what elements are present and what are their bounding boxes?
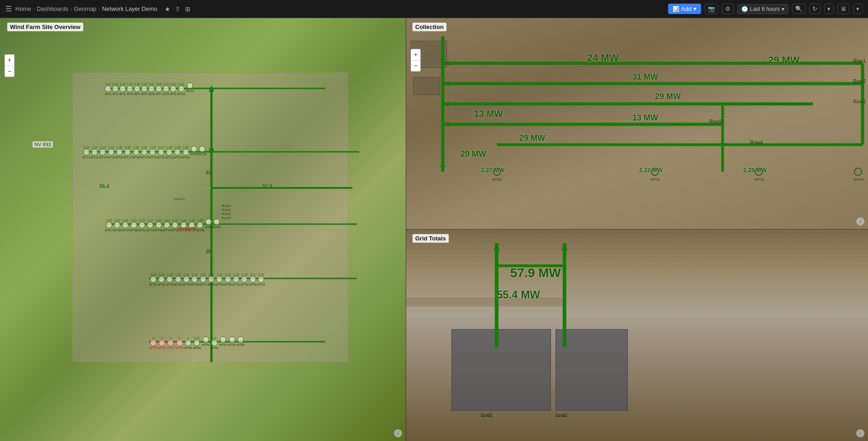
svg-marker-33 xyxy=(561,243,568,250)
turbine-row-4: 2.26WT41 2.28WT42 2.28WT43 2.24WT44 2.25… xyxy=(149,273,265,286)
turbine-wt12: 2.24WT12 xyxy=(82,146,90,159)
chevron-down-button[interactable]: ▾ xyxy=(824,4,834,14)
breadcrumb: Home › Dashboards › Geomap › Network Lay… xyxy=(15,5,157,12)
add-button[interactable]: 📊 Add ▾ xyxy=(668,4,701,14)
zoom-out-button[interactable]: 🔍 xyxy=(792,4,806,14)
turbine-wt29: 2.24WT29 xyxy=(122,219,129,232)
mw-29mw-3: 29 MW xyxy=(460,149,486,159)
turbine-wt15: 2.23WT15 xyxy=(107,146,115,159)
refresh-button[interactable]: ↻ xyxy=(809,4,821,14)
right-controls: 📊 Add ▾ 📷 ⚙ 🕐 Last 6 hours ▾ 🔍 ↻ ▾ 🖥 ▾ xyxy=(668,4,863,14)
svg-marker-23 xyxy=(443,101,449,107)
turbine-wt7: 2.28 WT7 xyxy=(156,82,162,96)
grid-totals-panel: Grid Totals + − xyxy=(406,230,868,441)
turbine-wt64: WT64 xyxy=(228,336,236,350)
breadcrumb-dashboards[interactable]: Dashboards xyxy=(37,5,68,12)
grid-totals-info-button[interactable]: i xyxy=(856,429,864,437)
breadcrumb-sep-2: › xyxy=(70,5,72,12)
terrain-building-2 xyxy=(413,77,440,95)
main-layout: Wind Farm Site Overview + − NV 893 xyxy=(0,18,868,441)
left-zoom-in[interactable]: + xyxy=(5,55,14,66)
collection-zoom-control: + − xyxy=(411,49,421,72)
grid-icon[interactable]: ⊞ xyxy=(185,5,190,13)
mw-wt30: 2.27 MW xyxy=(481,167,504,173)
left-zoom-out[interactable]: − xyxy=(5,66,14,77)
time-range-selector[interactable]: 🕐 Last 6 hours ▾ xyxy=(737,4,788,14)
collection-panel-info-button[interactable]: i xyxy=(856,217,864,225)
turbine-wt24: 2.31WT24 xyxy=(182,146,190,159)
breadcrumb-geomap[interactable]: Geomap xyxy=(74,5,96,12)
expand-button[interactable]: ▾ xyxy=(853,4,863,14)
turbine-wt31: 2.27WT31 xyxy=(138,219,146,232)
breadcrumb-sep-3: › xyxy=(98,5,100,12)
wind-farm-map[interactable]: NV 893 xyxy=(0,18,406,441)
turbine-wt54: 2.24WT54 xyxy=(257,273,265,286)
turbine-wt5: 2.16 WT5 xyxy=(141,82,147,96)
mw-label-554: 55.4 xyxy=(100,183,109,189)
turbine-wt47: 2.25WT47 xyxy=(199,273,207,286)
mw-29mw-2: 29 MW xyxy=(519,134,545,143)
turbine-wt10: 2.25 WT10 xyxy=(177,82,185,96)
breadcrumb-home[interactable]: Home xyxy=(15,5,31,12)
road-feature xyxy=(406,297,564,307)
road-label-nv893: NV 893 xyxy=(33,141,53,148)
share-icon[interactable]: ⇧ xyxy=(175,5,180,13)
turbine-wt16: 2.26WT16 xyxy=(115,146,123,159)
turbine-wt1: 2.20 WT1 xyxy=(112,82,119,96)
turbine-wt61: WT61 xyxy=(202,336,209,350)
add-bar-icon: 📊 xyxy=(673,6,679,12)
turbine-label-wt33: WT33 xyxy=(854,177,863,182)
breadcrumb-current: Network Layer Demo xyxy=(102,5,157,12)
turbine-wt59: 0WT59 xyxy=(184,336,192,350)
add-chevron: ▾ xyxy=(693,5,697,12)
turbine-wt50: 2.28WT50 xyxy=(224,273,232,286)
svg-point-28 xyxy=(854,168,862,175)
svg-marker-24 xyxy=(443,122,449,127)
time-range-label: Last 6 hours xyxy=(750,6,780,12)
grid-label-2: Grid2 xyxy=(555,413,567,418)
svg-point-27 xyxy=(755,168,762,175)
mw-13mw-2: 13 MW xyxy=(632,113,658,123)
turbine-wt20: 2.29WT20 xyxy=(149,146,157,159)
left-panel-info-button[interactable]: i xyxy=(394,429,402,437)
star-icon[interactable]: ★ xyxy=(165,5,171,13)
collection-map[interactable]: 24 MW 31 MW 29 MW 13 MW 13 MW 29 MW 29 M… xyxy=(406,18,868,229)
grid-d-label: Grid D xyxy=(174,197,185,201)
wind-farm-title: Wind Farm Site Overview xyxy=(7,23,83,31)
turbine-wt44: 2.24WT44 xyxy=(174,273,182,286)
turbine-wt28: 2.20WT28 xyxy=(113,219,121,232)
wind-farm-panel: Wind Farm Site Overview + − NV 893 xyxy=(0,18,406,441)
mw-label-579: 57.9 xyxy=(262,183,272,189)
row-label-1: Row1 xyxy=(853,58,866,63)
mw-31mw: 31 MW xyxy=(632,72,658,82)
grid-totals-map[interactable]: 57.9 MW 55.4 MW Grid1 Grid2 i xyxy=(406,230,868,441)
turbine-row-3: 2.20WT27 2.20WT28 2.24WT29 2.24WT30 2.27… xyxy=(105,219,221,232)
turbine-wt25: WT25 xyxy=(190,146,198,159)
wind-farm-site-boundary xyxy=(72,72,348,362)
svg-point-26 xyxy=(651,168,659,175)
turbine-wt4: 2.30 WT4 xyxy=(134,82,140,96)
row-labels-left: Row1Row2Row3Row5 xyxy=(222,204,231,220)
turbine-wt43: 2.28WT43 xyxy=(166,273,174,286)
grid-totals-title: Grid Totals xyxy=(413,234,449,243)
turbine-label-wt31: WT31 xyxy=(650,177,660,182)
row-label-4: Row4 xyxy=(750,139,763,145)
add-label: Add xyxy=(681,5,692,12)
hamburger-icon[interactable]: ☰ xyxy=(5,5,12,13)
collection-zoom-in[interactable]: + xyxy=(411,49,420,61)
turbine-wt17: 2.25WT17 xyxy=(124,146,132,159)
right-panel: Collection + − xyxy=(406,18,868,441)
camera-button[interactable]: 📷 xyxy=(705,4,718,14)
turbine-wt65: WT65 xyxy=(237,336,244,350)
turbine-wt41: 2.26WT41 xyxy=(149,273,157,286)
grid-57-9mw: 57.9 MW xyxy=(510,266,561,280)
turbine-wt40: WT40 xyxy=(213,219,220,232)
mw-label-31: 31 xyxy=(206,170,211,175)
settings-button[interactable]: ⚙ xyxy=(722,4,734,14)
collection-title: Collection xyxy=(413,23,446,31)
mw-24mw: 24 MW xyxy=(587,52,619,64)
turbine-wt51: 2.26WT51 xyxy=(232,273,240,286)
turbine-wt23: 2.30WT23 xyxy=(174,146,181,159)
collection-zoom-out[interactable]: − xyxy=(411,61,420,72)
monitor-button[interactable]: 🖥 xyxy=(837,4,849,14)
